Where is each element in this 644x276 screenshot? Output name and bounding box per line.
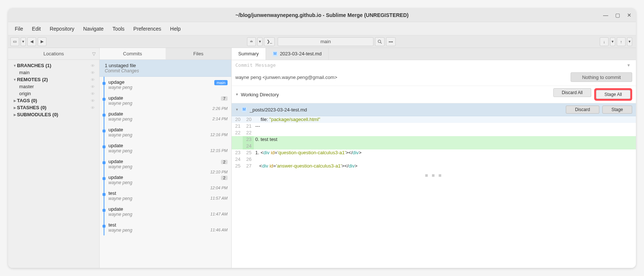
eye-icon[interactable]: 👁 (91, 106, 95, 110)
filter-icon[interactable]: ▽ (92, 51, 96, 56)
tree-group-label: TAGS (0) (17, 98, 37, 103)
stage-all-button[interactable]: Stage All (596, 90, 630, 99)
svg-line-1 (381, 42, 382, 44)
menu-repository[interactable]: Repository (46, 24, 78, 33)
chevron-icon: ▶ (13, 106, 17, 110)
commit-title: pudate (108, 111, 228, 117)
eye-icon[interactable]: 👁 (91, 70, 95, 75)
diff-line[interactable]: 2527 <div id='answer-question-calculus3-… (232, 163, 636, 169)
sidebar-toggle-button[interactable]: ▭ (10, 37, 19, 46)
graph-dot (103, 145, 105, 148)
tab-commits[interactable]: Commits (100, 48, 166, 59)
stash-dropdown[interactable]: ▾ (257, 37, 263, 46)
tree-item-label: main (19, 70, 30, 75)
diff-line[interactable]: 2020 file: "package/sagecell.html" (232, 116, 636, 123)
chevron-icon: ▶ (13, 113, 17, 117)
tree-item[interactable]: master👁 (10, 83, 98, 90)
count-badge: 2 (221, 160, 228, 164)
commit-message-menu[interactable]: ▾ (625, 62, 632, 68)
eye-icon[interactable]: 👁 (91, 92, 95, 96)
diff-line[interactable]: 23251. <div id='question-question-calcul… (232, 149, 636, 156)
commit-item[interactable]: update wayne peng 212:10 PM (100, 156, 231, 172)
pull-dropdown[interactable]: ▾ (610, 37, 615, 46)
eye-icon[interactable]: 👁 (91, 77, 95, 82)
commit-time: 11:46 AM (210, 228, 228, 232)
commit-item[interactable]: pudate wayne peng 2:14 PM (100, 108, 231, 124)
tree-group[interactable]: ▶TAGS (0)👁 (10, 97, 98, 104)
diff-content: 1. <div id='question-question-calculus3-… (254, 149, 636, 156)
tree-group[interactable]: ▶STASHES (0)👁 (10, 104, 98, 111)
discard-all-button[interactable]: Discard All (553, 88, 591, 97)
graph-dot (103, 177, 105, 180)
push-button[interactable]: ↑ (617, 37, 626, 46)
graph-dot (103, 130, 105, 132)
sidebar-toggle-dropdown[interactable]: ▾ (21, 37, 26, 46)
tab-files[interactable]: Files (166, 48, 232, 59)
menu-tools[interactable]: Tools (109, 24, 128, 33)
chevron-down-icon[interactable]: ▼ (235, 108, 239, 111)
tree-group[interactable]: ▼BRANCHES (1)👁 (10, 62, 98, 69)
maximize-icon[interactable]: ▢ (614, 11, 621, 19)
push-dropdown[interactable]: ▾ (627, 37, 632, 46)
forward-button[interactable]: ▶ (38, 37, 46, 46)
graph-dot (103, 193, 105, 196)
minimize-icon[interactable]: — (602, 11, 609, 19)
tree-item[interactable]: main👁 (10, 69, 98, 76)
branch-selector[interactable]: main (278, 37, 374, 46)
eye-icon[interactable]: 👁 (91, 84, 95, 89)
tree-group[interactable]: ▼REMOTES (2)👁 (10, 76, 98, 83)
line-number-new: 25 (243, 149, 254, 156)
diff-line[interactable]: 2426 (232, 156, 636, 163)
diff-line[interactable]: 230. test test (232, 136, 636, 143)
stage-button[interactable]: Stage (602, 106, 632, 114)
chevron-down-icon[interactable]: ▼ (235, 93, 239, 96)
tree-group-label: BRANCHES (1) (17, 63, 51, 68)
count-badge: 7 (221, 96, 228, 101)
diff-line[interactable]: 2121--- (232, 123, 636, 130)
close-icon[interactable]: ✕ (626, 11, 633, 19)
commit-item[interactable]: test wayne peng 11:57 AM (100, 188, 231, 204)
line-number-new: 27 (243, 163, 254, 169)
more-button[interactable]: ••• (386, 37, 396, 46)
search-icon (378, 39, 382, 44)
commit-item[interactable]: update wayne peng 212:04 PM (100, 172, 231, 188)
graph-dot (103, 209, 105, 212)
line-number-old: 22 (232, 130, 243, 136)
menu-edit[interactable]: Edit (28, 24, 45, 33)
commit-title: update (108, 175, 228, 180)
tree-group-label: REMOTES (2) (17, 77, 48, 82)
diff-line[interactable]: 24 (232, 143, 636, 149)
menu-help[interactable]: Help (166, 24, 184, 33)
commit-item[interactable]: update wayne peng 12:16 PM (100, 124, 231, 140)
commit-button[interactable]: Nothing to commit (571, 72, 632, 82)
eye-icon[interactable]: 👁 (91, 63, 95, 68)
commit-author: wayne peng (108, 180, 228, 185)
commit-title: updage (108, 79, 228, 85)
terminal-button[interactable]: ❯_ (264, 37, 275, 46)
eye-icon[interactable]: 👁 (91, 99, 95, 103)
commit-item[interactable]: update wayne peng 72:26 PM (100, 93, 231, 108)
modified-icon: M (273, 51, 278, 56)
commit-item[interactable]: test wayne peng 11:46 AM (100, 220, 231, 235)
menu-file[interactable]: File (11, 24, 27, 33)
search-button[interactable] (375, 37, 385, 46)
tree-group[interactable]: ▶SUBMODULES (0) (10, 111, 98, 118)
commit-item[interactable]: updage wayne peng main (100, 77, 231, 93)
discard-button[interactable]: Discard (566, 106, 599, 114)
tab-file[interactable]: M 2023-03-24-test.md (266, 48, 329, 60)
line-number-new: 20 (243, 116, 254, 123)
pull-button[interactable]: ↓ (600, 37, 609, 46)
commit-changes-label: Commit Changes (105, 68, 226, 73)
menu-preferences[interactable]: Preferences (130, 24, 165, 33)
diff-content (254, 156, 636, 163)
commit-stage-area[interactable]: 1 unstaged file Commit Changes (100, 60, 231, 77)
back-button[interactable]: ◀ (27, 37, 36, 46)
diff-line[interactable]: 2222 (232, 130, 636, 136)
commit-message-input[interactable] (235, 62, 625, 68)
stash-button[interactable]: ≐ (247, 37, 256, 46)
tab-summary[interactable]: Summary (232, 48, 266, 60)
tree-item[interactable]: origin👁 (10, 90, 98, 97)
commit-item[interactable]: update wayne peng 11:47 AM (100, 204, 231, 220)
menu-navigate[interactable]: Navigate (80, 24, 107, 33)
commit-item[interactable]: update wayne peng 12:15 PM (100, 140, 231, 156)
